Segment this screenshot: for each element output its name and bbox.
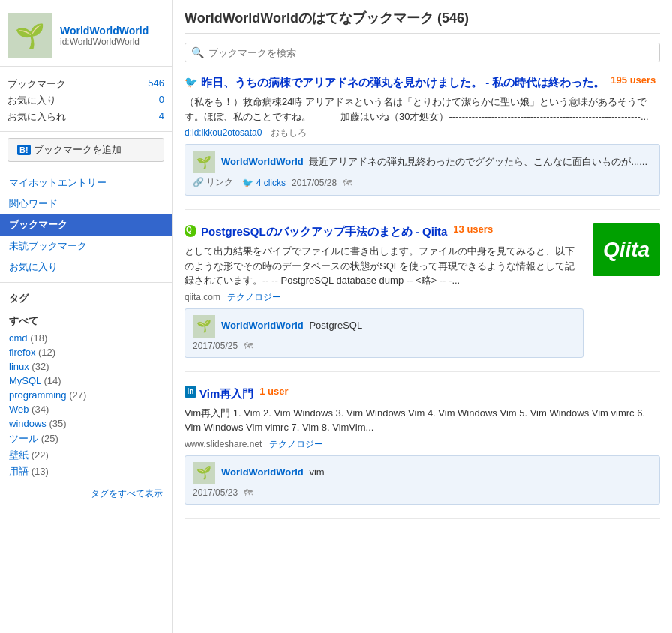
entry-1-comment-footer: 🔗 リンク 🐦 4 clicks 2017/05/28 🗺 bbox=[193, 176, 652, 189]
entry-3-comment-footer: 2017/05/23 🗺 bbox=[193, 488, 652, 498]
sidebar-stats: ブックマーク 546 お気に入り 0 お気に入られ 4 bbox=[0, 73, 172, 132]
bookmark-entry-2: Q PostgreSQLのバックアップ手法のまとめ - Qiita 13 use… bbox=[184, 224, 660, 372]
tag-windows[interactable]: windows (35) bbox=[0, 416, 172, 430]
sidebar-nav: マイホットエントリー 関心ワード ブックマーク 未読ブックマーク お気に入り bbox=[0, 168, 172, 283]
entry-1-author[interactable]: d:id:ikkou2otosata0 bbox=[184, 128, 262, 138]
twitter-favicon-icon: 🐦 bbox=[184, 76, 196, 88]
sidebar-tags: すべて cmd (18) firefox (12) linux (32) MyS… bbox=[0, 308, 172, 483]
entry-1-meta: d:id:ikkou2otosata0 おもしろ bbox=[184, 127, 660, 140]
sidebar: 🌱 WorldWorldWorld id:WorldWorldWorld ブック… bbox=[0, 0, 172, 633]
tags-section-title: タグ bbox=[0, 286, 172, 308]
entry-3-site: www.slideshare.net bbox=[184, 439, 262, 449]
entry-2-date: 2017/05/25 bbox=[193, 340, 238, 351]
tag-all[interactable]: すべて bbox=[0, 311, 172, 331]
tag-mysql[interactable]: MySQL (14) bbox=[0, 374, 172, 388]
entry-1-map-icon: 🗺 bbox=[343, 178, 352, 188]
sidebar-item-interest[interactable]: 関心ワード bbox=[0, 194, 172, 214]
entry-3-comment-username[interactable]: WorldWorldWorld bbox=[221, 466, 304, 478]
entry-2-comment-avatar: 🌱 bbox=[193, 315, 215, 338]
entry-2-description: として出力結果をパイプでファイルに書き出します。ファイルの中身を見てみると、以下… bbox=[184, 244, 584, 288]
entry-3-meta: www.slideshare.net テクノロジー bbox=[184, 438, 660, 451]
entry-3-comment-avatar: 🌱 bbox=[193, 462, 215, 484]
entry-3-header: in Vim再入門 1 user bbox=[184, 386, 660, 401]
sidebar-item-bookmarks[interactable]: ブックマーク bbox=[0, 214, 172, 236]
tag-tools[interactable]: ツール (25) bbox=[0, 430, 172, 447]
tag-firefox[interactable]: firefox (12) bbox=[0, 345, 172, 359]
entry-2-comment-username[interactable]: WorldWorldWorld bbox=[221, 320, 304, 331]
entry-2-comment-box: 🌱 WorldWorldWorld PostgreSQL 2017/05/25 … bbox=[184, 308, 584, 358]
entry-2-comment-footer: 2017/05/25 🗺 bbox=[193, 340, 575, 351]
search-bar: 🔍 bbox=[184, 43, 660, 62]
sidebar-item-favorites[interactable]: お気に入り bbox=[0, 256, 172, 278]
add-bookmark-label: ブックマークを追加 bbox=[34, 143, 122, 157]
entry-2-tag[interactable]: テクノロジー bbox=[227, 292, 281, 302]
sidebar-profile: 🌱 WorldWorldWorld id:WorldWorldWorld bbox=[0, 8, 172, 67]
main-content: WorldWorldWorldのはてなブックマーク (546) 🔍 🐦 昨日、う… bbox=[172, 0, 672, 633]
entry-2-comment-text: PostgreSQL bbox=[309, 320, 362, 331]
stat-bookmarks-label: ブックマーク bbox=[8, 77, 66, 91]
avatar: 🌱 bbox=[8, 14, 52, 58]
tag-programming[interactable]: programming (27) bbox=[0, 388, 172, 402]
entry-1-comment-box: 🌱 WorldWorldWorld 最近アリアドネの弾丸見終わったのでググッたら… bbox=[184, 144, 660, 196]
stat-favorites-label: お気に入り bbox=[8, 94, 56, 107]
entry-2-header: Q PostgreSQLのバックアップ手法のまとめ - Qiita 13 use… bbox=[184, 224, 584, 239]
tag-wallpaper[interactable]: 壁紙 (22) bbox=[0, 447, 172, 464]
entry-3-tag[interactable]: テクノロジー bbox=[269, 439, 323, 449]
entry-3-comment-text: vim bbox=[309, 466, 324, 478]
entry-3-comment-box: 🌱 WorldWorldWorld vim 2017/05/23 🗺 bbox=[184, 455, 660, 505]
tag-cmd[interactable]: cmd (18) bbox=[0, 331, 172, 345]
search-icon: 🔍 bbox=[191, 46, 204, 58]
entry-3-description: Vim再入門 1. Vim 2. Vim Windows 3. Vim Wind… bbox=[184, 406, 660, 435]
entry-2-map-icon: 🗺 bbox=[244, 340, 253, 351]
tag-linux[interactable]: linux (32) bbox=[0, 359, 172, 374]
page-title: WorldWorldWorldのはてなブックマーク (546) bbox=[184, 9, 660, 34]
entry-3-date: 2017/05/23 bbox=[193, 488, 238, 498]
entry-1-comment-username[interactable]: WorldWorldWorld bbox=[221, 156, 304, 167]
stat-favorited-label: お気に入られ bbox=[8, 110, 66, 124]
entry-2-with-image: Q PostgreSQLのバックアップ手法のまとめ - Qiita 13 use… bbox=[184, 224, 660, 358]
entry-2-thumbnail: Qiita bbox=[592, 224, 660, 276]
bookmark-entry-3: in Vim再入門 1 user Vim再入門 1. Vim 2. Vim Wi… bbox=[184, 386, 660, 519]
entry-3-user-count[interactable]: 1 user bbox=[260, 386, 288, 397]
linkedin-favicon-icon: in bbox=[184, 386, 196, 398]
entry-1-header: 🐦 昨日、うちの病棟でアリアドネの弾丸を見かけました。 - 私の時代は終わった。… bbox=[184, 74, 660, 90]
sidebar-item-unread[interactable]: 未読ブックマーク bbox=[0, 236, 172, 256]
entry-3-map-icon: 🗺 bbox=[244, 488, 253, 498]
entry-1-user-count[interactable]: 195 users bbox=[610, 74, 656, 86]
comment-avatar-icon: 🌱 bbox=[196, 155, 212, 170]
show-all-tags-link[interactable]: タグをすべて表示 bbox=[0, 483, 172, 505]
entry-2-meta: qiita.com テクノロジー bbox=[184, 291, 584, 304]
entry-1-date: 2017/05/28 bbox=[292, 178, 337, 188]
tag-terms[interactable]: 用語 (13) bbox=[0, 464, 172, 480]
tag-web[interactable]: Web (34) bbox=[0, 402, 172, 416]
entry-2-user-count[interactable]: 13 users bbox=[453, 224, 493, 235]
entry-1-comment-avatar: 🌱 bbox=[193, 151, 215, 173]
entry-2-site: qiita.com bbox=[184, 292, 220, 302]
sidebar-item-hot-entry[interactable]: マイホットエントリー bbox=[0, 172, 172, 194]
add-bookmark-button[interactable]: B! ブックマークを追加 bbox=[8, 138, 164, 162]
stat-favorited-value[interactable]: 4 bbox=[159, 110, 164, 124]
stat-bookmarks: ブックマーク 546 bbox=[8, 76, 164, 92]
entry-2-title[interactable]: PostgreSQLのバックアップ手法のまとめ - Qiita bbox=[201, 224, 447, 239]
entry-1-clicks[interactable]: 🐦 4 clicks bbox=[242, 178, 286, 188]
stat-favorited: お気に入られ 4 bbox=[8, 109, 164, 125]
b-logo-icon: B! bbox=[17, 145, 31, 155]
sidebar-user-id: id:WorldWorldWorld bbox=[60, 37, 148, 47]
qiita-favicon-icon: Q bbox=[184, 225, 196, 237]
entry-2-comment-header: 🌱 WorldWorldWorld PostgreSQL bbox=[193, 315, 575, 338]
entry-1-title[interactable]: 昨日、うちの病棟でアリアドネの弾丸を見かけました。 - 私の時代は終わった。 bbox=[201, 74, 604, 90]
add-bookmark-section: B! ブックマークを追加 bbox=[8, 138, 164, 162]
stat-bookmarks-value[interactable]: 546 bbox=[148, 77, 164, 91]
search-input[interactable] bbox=[208, 47, 653, 58]
link-icon: 🔗 リンク bbox=[193, 176, 233, 189]
bookmark-entry-1: 🐦 昨日、うちの病棟でアリアドネの弾丸を見かけました。 - 私の時代は終わった。… bbox=[184, 74, 660, 210]
stat-favorites: お気に入り 0 bbox=[8, 92, 164, 109]
entry-3-title[interactable]: Vim再入門 bbox=[200, 386, 254, 401]
entry-1-tag[interactable]: おもしろ bbox=[271, 128, 307, 138]
entry-3-comment-header: 🌱 WorldWorldWorld vim bbox=[193, 462, 652, 484]
sidebar-username[interactable]: WorldWorldWorld bbox=[60, 25, 148, 37]
entry-1-description: （私をも！）救命病棟24時 アリアドネという名は「とりわけて潔らかに聖い娘」とい… bbox=[184, 94, 660, 124]
stat-favorites-value[interactable]: 0 bbox=[159, 94, 164, 107]
comment-2-avatar-icon: 🌱 bbox=[196, 319, 212, 333]
comment-3-avatar-icon: 🌱 bbox=[196, 466, 212, 480]
